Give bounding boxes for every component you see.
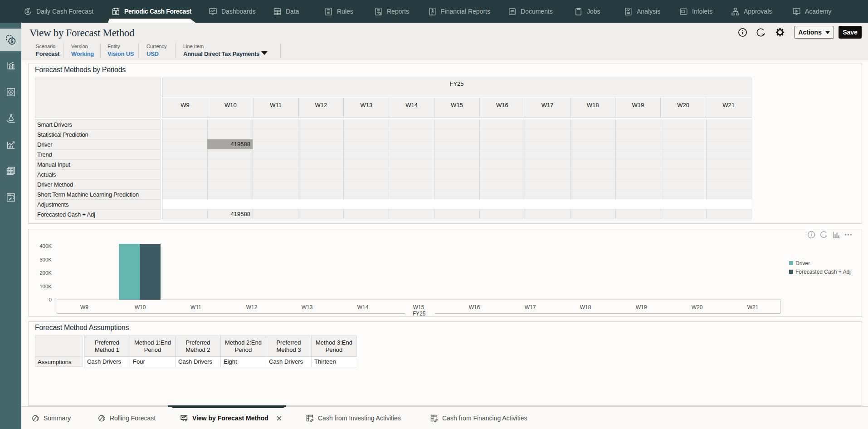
svg-text:Driver: Driver [795,260,810,266]
svg-text:W19: W19 [636,304,647,311]
svg-text:Forecasted Cash + Adj: Forecasted Cash + Adj [795,269,851,275]
svg-text:W12: W12 [246,304,258,311]
svg-text:W15: W15 [413,304,424,311]
svg-text:W21: W21 [747,304,759,311]
svg-text:300K: 300K [39,257,52,262]
svg-text:W11: W11 [190,304,201,311]
svg-text:W13: W13 [302,304,313,311]
svg-text:W14: W14 [357,304,369,311]
svg-text:W18: W18 [580,304,591,311]
svg-text:$: $ [115,10,117,15]
svg-text:100K: 100K [39,284,52,289]
svg-text:400K: 400K [39,243,52,249]
svg-text:$: $ [431,8,434,13]
svg-text:W10: W10 [135,304,146,311]
svg-text:$: $ [27,9,29,14]
svg-text:W16: W16 [469,304,480,311]
svg-text:200K: 200K [39,270,52,276]
svg-text:FY25: FY25 [413,311,426,316]
svg-text:$: $ [10,39,13,44]
svg-text:W20: W20 [692,304,703,311]
svg-text:W9: W9 [80,304,88,311]
svg-text:0: 0 [49,297,52,302]
svg-text:W17: W17 [525,304,536,311]
